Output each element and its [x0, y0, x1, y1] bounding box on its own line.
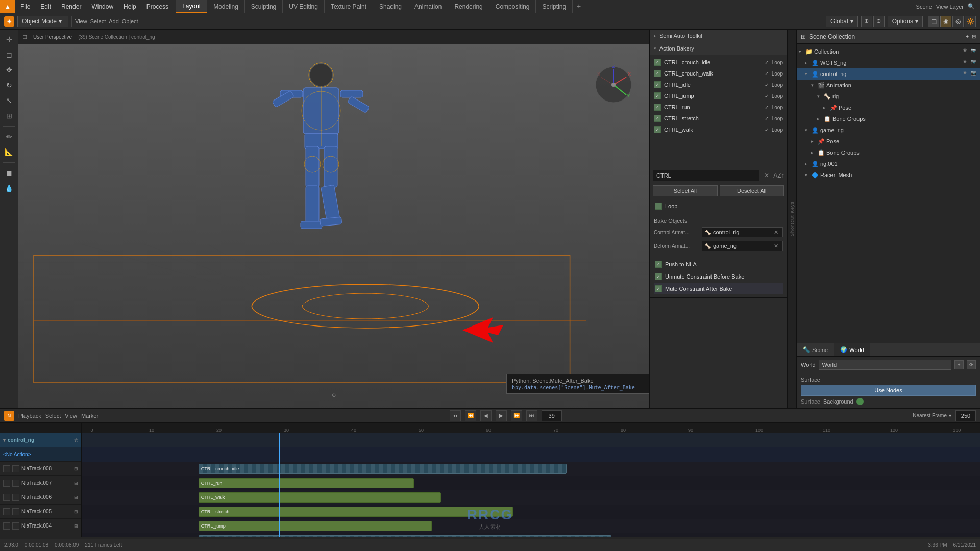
- view-mode-icon[interactable]: ⊞: [22, 34, 27, 40]
- nla-check-008[interactable]: [3, 465, 10, 472]
- play-reverse-btn[interactable]: ◀: [480, 410, 492, 421]
- th-view[interactable]: View: [65, 413, 77, 419]
- select-all-button[interactable]: Select All: [653, 185, 718, 196]
- control-armature-value[interactable]: 🦴 control_rig ✕: [702, 227, 783, 237]
- menu-render[interactable]: Render: [56, 0, 86, 13]
- nla-ctrl-008[interactable]: ⊞: [74, 466, 78, 471]
- search-clear[interactable]: ✕: [762, 170, 772, 181]
- nla-track-004[interactable]: NlaTrack.004 ⊞: [0, 519, 81, 533]
- move-tool[interactable]: ✥: [2, 63, 16, 77]
- sc-item-bonegroups-1[interactable]: ▸ 📋 Bone Groups: [797, 113, 980, 124]
- tab-texture-paint[interactable]: Texture Paint: [325, 0, 373, 13]
- action-item-7[interactable]: ✓ CTRL_walk ✓ Loop: [650, 124, 787, 135]
- sc-item-pose-1[interactable]: ▸ 📌 Pose: [797, 102, 980, 113]
- sc-item-wgts[interactable]: ▸ 👤 WGTS_rig 👁 📷: [797, 57, 980, 68]
- unmute-constraint-checkbox[interactable]: ✓: [655, 273, 662, 280]
- search-sort[interactable]: AZ↑: [774, 170, 784, 181]
- sc-item-rig[interactable]: ▾ 🦴 rig: [797, 91, 980, 102]
- search-icon[interactable]: 🔍: [968, 3, 975, 10]
- nla-ctrl-005[interactable]: ⊞: [74, 509, 78, 514]
- mute-constraint-checkbox[interactable]: ✓: [655, 285, 662, 292]
- viewport-canvas[interactable]: X -X Y Z ⊙: [18, 44, 649, 408]
- world-btn-2[interactable]: ⟳: [967, 360, 976, 369]
- action-item-1[interactable]: ✓ CTRL_crouch_idle ✓ Loop: [650, 57, 787, 68]
- nla-check-005[interactable]: [3, 508, 10, 515]
- end-frame-display[interactable]: 250: [955, 410, 976, 421]
- strip-ctrl-crouch-idle[interactable]: CTRL_crouch_idle: [199, 464, 567, 474]
- sc-render-collection[interactable]: 📷: [971, 48, 978, 55]
- nla-track-003[interactable]: NlaTrack.003 ⊞: [0, 533, 81, 537]
- th-marker[interactable]: Marker: [81, 413, 99, 419]
- nla-track-008[interactable]: NlaTrack.008 ⊞: [0, 462, 81, 476]
- action-item-3[interactable]: ✓ CTRL_idle ✓ Loop: [650, 79, 787, 90]
- action-item-4[interactable]: ✓ CTRL_jump ✓ Loop: [650, 90, 787, 102]
- sc-item-bonegroups-2[interactable]: ▸ 📋 Bone Groups: [797, 147, 980, 158]
- global-dropdown[interactable]: Global▾: [826, 16, 858, 27]
- nla-solo-007[interactable]: [12, 480, 19, 487]
- nla-ctrl-004[interactable]: ⊞: [74, 523, 78, 529]
- tab-uv-editing[interactable]: UV Editing: [283, 0, 325, 13]
- view-menu[interactable]: View: [75, 18, 87, 24]
- nla-solo-006[interactable]: [12, 494, 19, 501]
- wireframe-btn[interactable]: ◫: [928, 16, 939, 27]
- rotate-tool[interactable]: ↻: [2, 78, 16, 92]
- menu-edit[interactable]: Edit: [35, 0, 56, 13]
- select-menu[interactable]: Select: [90, 18, 106, 24]
- jump-prev-btn[interactable]: ⏪: [465, 410, 476, 421]
- sc-filter-btn[interactable]: ⊟: [972, 34, 976, 39]
- action-check-5[interactable]: ✓: [654, 104, 661, 111]
- scale-tool[interactable]: ⤡: [2, 93, 16, 108]
- jump-end-btn[interactable]: ⏭: [526, 410, 537, 421]
- add-cube-tool[interactable]: ◼: [2, 166, 16, 180]
- control-armature-clear[interactable]: ✕: [772, 228, 780, 236]
- sc-eye-wgts[interactable]: 👁: [963, 59, 970, 66]
- loop-checkbox[interactable]: [655, 203, 662, 210]
- deform-armature-value[interactable]: 🦴 game_rig ✕: [702, 241, 783, 251]
- sc-item-collection[interactable]: ▾ 📁 Collection 👁 📷: [797, 46, 980, 57]
- material-btn[interactable]: ◎: [952, 16, 964, 27]
- action-check-4[interactable]: ✓: [654, 92, 661, 99]
- nla-track-005[interactable]: NlaTrack.005 ⊞: [0, 505, 81, 519]
- strip-ctrl-jump[interactable]: CTRL_jump: [199, 521, 432, 531]
- action-check-3[interactable]: ✓: [654, 81, 661, 88]
- action-item-5[interactable]: ✓ CTRL_run ✓ Loop: [650, 102, 787, 113]
- select-tool[interactable]: ◻: [2, 47, 16, 62]
- sc-render-wgts[interactable]: 📷: [971, 59, 978, 66]
- world-name-field[interactable]: World: [819, 360, 951, 370]
- nla-solo-008[interactable]: [12, 465, 19, 472]
- nla-header-control-rig[interactable]: ▾ control_rig ☆: [0, 433, 81, 447]
- transform-tool[interactable]: ⊞: [2, 109, 16, 123]
- sc-item-control-rig[interactable]: ▾ 👤 control_rig 👁 📷: [797, 68, 980, 80]
- action-check-6[interactable]: ✓: [654, 115, 661, 122]
- sc-filter-icon[interactable]: ⊞: [801, 33, 806, 40]
- nla-track-no-action[interactable]: <No Action>: [0, 447, 81, 462]
- world-btn-1[interactable]: +: [954, 360, 964, 369]
- current-frame-display[interactable]: 39: [542, 410, 562, 421]
- object-menu[interactable]: Object: [122, 18, 138, 24]
- action-check-2[interactable]: ✓: [654, 70, 661, 77]
- snap-type[interactable]: ⊙: [873, 16, 885, 27]
- th-playback[interactable]: Playback: [18, 413, 41, 419]
- sc-item-game-rig[interactable]: ▾ 👤 game_rig: [797, 124, 980, 136]
- viewport[interactable]: ⊞ User Perspective (39) Scene Collection…: [18, 30, 649, 408]
- strip-ctrl-stretch[interactable]: CTRL_stretch: [199, 507, 513, 517]
- nearest-frame-dropdown[interactable]: ▾: [949, 413, 951, 418]
- nearest-frame-selector[interactable]: Nearest Frame ▾: [913, 413, 951, 418]
- tab-sculpting[interactable]: Sculpting: [245, 0, 283, 13]
- strip-ctrl-run[interactable]: CTRL_run: [199, 478, 414, 488]
- push-to-nla-checkbox[interactable]: ✓: [655, 261, 662, 268]
- solid-btn[interactable]: ◉: [940, 16, 951, 27]
- measure-tool[interactable]: 📐: [2, 145, 16, 159]
- deform-armature-clear[interactable]: ✕: [772, 242, 780, 250]
- deselect-all-button[interactable]: Deselect All: [720, 185, 785, 196]
- nla-solo-005[interactable]: [12, 508, 19, 515]
- tab-shading[interactable]: Shading: [373, 0, 408, 13]
- add-menu[interactable]: Add: [109, 18, 119, 24]
- action-bakery-header[interactable]: ▾ Action Bakery: [650, 42, 787, 55]
- render-btn[interactable]: 🔆: [965, 16, 976, 27]
- eyedropper-tool[interactable]: 💧: [2, 181, 16, 195]
- action-check-1[interactable]: ✓: [654, 59, 661, 66]
- nla-solo-004[interactable]: [12, 522, 19, 530]
- action-item-6[interactable]: ✓ CTRL_stretch ✓ Loop: [650, 113, 787, 124]
- nla-timeline[interactable]: 0 10 20 30 40 50 60 70 80 90 100 110 120…: [82, 423, 980, 537]
